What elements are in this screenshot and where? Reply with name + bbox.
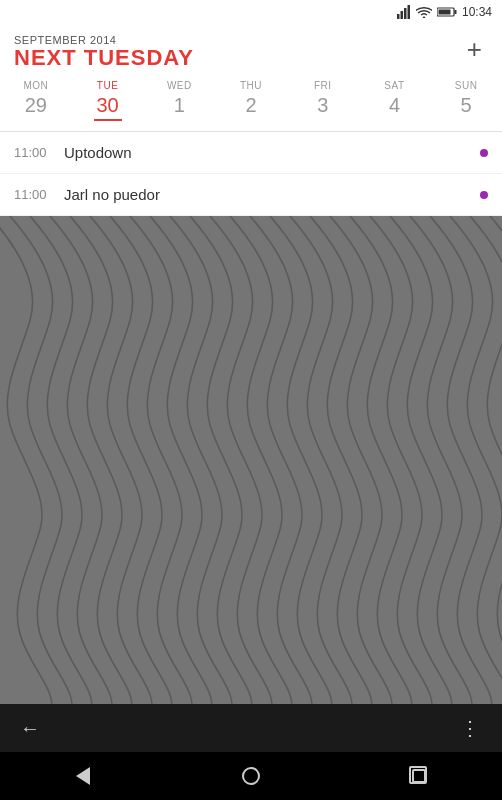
week-day-num-mon: 29	[25, 93, 47, 117]
app-header: SEPTEMBER 2014 NEXT TUESDAY +	[0, 24, 502, 76]
week-day-label-sat: SAT	[384, 80, 404, 91]
header-day: NEXT TUESDAY	[14, 46, 194, 70]
wavy-background	[0, 216, 502, 704]
status-bar: 10:34	[0, 0, 502, 24]
svg-rect-1	[400, 11, 403, 19]
status-time: 10:34	[462, 5, 492, 19]
week-day-num-wed: 1	[174, 93, 185, 117]
svg-rect-3	[407, 5, 410, 19]
events-area: 11:00Uptodown11:00Jarl no puedor	[0, 132, 502, 216]
status-icons: 10:34	[397, 5, 492, 19]
bottom-overlay: ← ⋮	[0, 704, 502, 752]
nav-home-icon	[242, 767, 260, 785]
week-day-sun[interactable]: SUN5	[430, 76, 502, 123]
week-day-fri[interactable]: FRI3	[287, 76, 359, 123]
header-title-block: SEPTEMBER 2014 NEXT TUESDAY	[14, 34, 194, 70]
event-time-0: 11:00	[14, 145, 64, 160]
wifi-icon	[416, 6, 432, 18]
week-day-thu[interactable]: THU2	[215, 76, 287, 123]
svg-rect-0	[397, 14, 400, 19]
nav-home-button[interactable]	[242, 767, 260, 785]
event-dot-0	[480, 149, 488, 157]
event-time-1: 11:00	[14, 187, 64, 202]
week-day-label-thu: THU	[240, 80, 262, 91]
event-row-0[interactable]: 11:00Uptodown	[0, 132, 502, 174]
nav-recents-button[interactable]	[412, 769, 426, 783]
week-day-num-fri: 3	[317, 93, 328, 117]
week-day-num-tue: 30	[96, 93, 118, 117]
svg-rect-6	[438, 10, 450, 15]
week-day-num-sun: 5	[461, 93, 472, 117]
app-container: SEPTEMBER 2014 NEXT TUESDAY + MON29TUE30…	[0, 24, 502, 704]
add-event-button[interactable]: +	[461, 34, 488, 64]
week-row: MON29TUE30WED1THU2FRI3SAT4SUN5	[0, 76, 502, 132]
signal-icon	[397, 5, 411, 19]
week-day-label-sun: SUN	[455, 80, 478, 91]
event-title-1: Jarl no puedor	[64, 186, 480, 203]
back-arrow-button[interactable]: ←	[20, 717, 40, 740]
week-day-label-tue: TUE	[97, 80, 119, 91]
nav-recents-icon	[412, 769, 426, 783]
week-day-label-wed: WED	[167, 80, 192, 91]
nav-back-button[interactable]	[76, 767, 90, 785]
week-day-tue[interactable]: TUE30	[72, 76, 144, 123]
event-dot-1	[480, 191, 488, 199]
week-day-wed[interactable]: WED1	[143, 76, 215, 123]
week-day-num-sat: 4	[389, 93, 400, 117]
android-nav-bar	[0, 752, 502, 800]
active-underline	[94, 119, 122, 121]
event-title-0: Uptodown	[64, 144, 480, 161]
battery-icon	[437, 6, 457, 18]
week-day-label-mon: MON	[23, 80, 48, 91]
more-options-button[interactable]: ⋮	[460, 716, 482, 740]
week-day-sat[interactable]: SAT4	[359, 76, 431, 123]
svg-rect-2	[404, 8, 407, 19]
svg-rect-5	[454, 10, 456, 14]
week-day-mon[interactable]: MON29	[0, 76, 72, 123]
week-day-num-thu: 2	[245, 93, 256, 117]
nav-back-icon	[76, 767, 90, 785]
week-day-label-fri: FRI	[314, 80, 332, 91]
event-row-1[interactable]: 11:00Jarl no puedor	[0, 174, 502, 216]
